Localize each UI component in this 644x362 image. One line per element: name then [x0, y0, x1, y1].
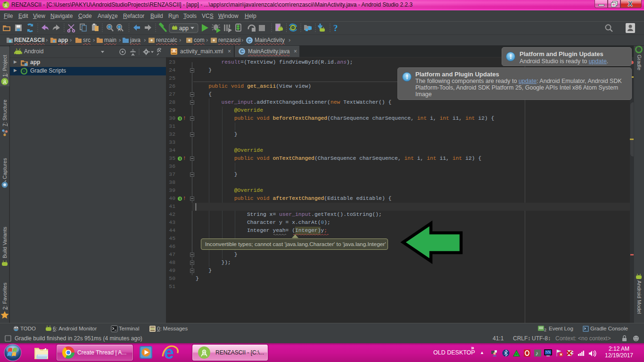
svg-text:C: C [248, 38, 251, 43]
svg-text:A: A [118, 27, 121, 32]
svg-text:2: 2 [544, 328, 546, 332]
svg-text:C: C [240, 49, 244, 54]
svg-text:♪: ♪ [536, 350, 539, 357]
svg-text:?: ? [333, 23, 338, 33]
svg-text:app: app [179, 25, 189, 32]
